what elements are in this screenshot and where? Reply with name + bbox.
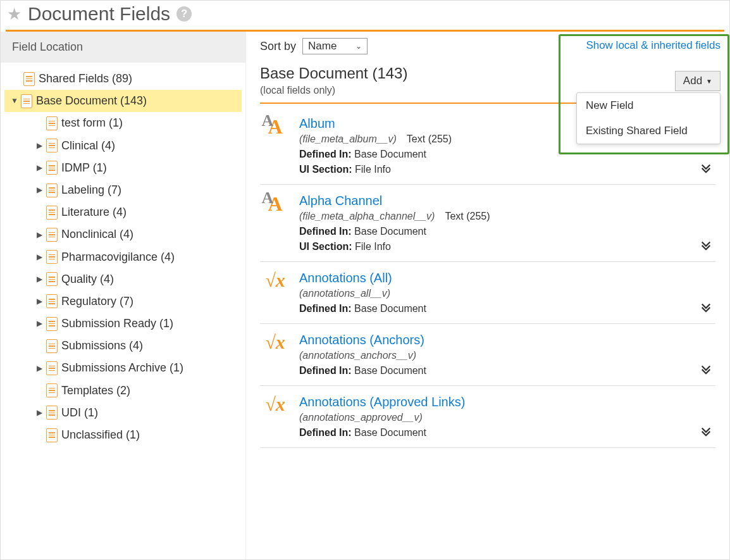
sidebar: Field Location Shared Fields (89)▼Base D… [1,32,246,559]
tree-item[interactable]: ▶IDMP (1) [4,157,242,179]
formula-field-icon: √x [265,395,285,414]
document-icon [46,294,58,308]
tree-item[interactable]: ▶Nonclinical (4) [4,223,242,246]
field-name-link[interactable]: Annotations (All) [299,271,713,285]
expand-arrow-icon[interactable]: ▶ [36,230,42,240]
dropdown-item-existing-shared[interactable]: Existing Shared Field [577,118,720,144]
field-type: Text (255) [407,134,452,144]
expand-arrow-icon[interactable]: ▶ [36,163,42,173]
tree-item[interactable]: Templates (2) [4,380,242,402]
field-api-name: (annotations_anchors__v) [299,350,416,361]
expand-chevrons-icon[interactable] [700,239,712,252]
favorite-star-icon[interactable]: ★ [7,6,22,22]
expand-arrow-icon[interactable]: ▶ [36,252,42,263]
expand-arrow-icon[interactable]: ▶ [36,363,42,374]
document-icon [23,72,35,86]
field-type: Text (255) [445,211,490,221]
text-field-icon: AA [268,116,282,137]
field-api-name: (annotations_approved__v) [299,412,423,423]
field-row: AAAlpha Channel(file_meta_alpha_channel_… [260,185,715,262]
document-icon [46,116,58,130]
expand-chevrons-icon[interactable] [700,162,712,175]
main-panel: Show local & inherited fields Sort by Na… [246,32,729,559]
document-icon [46,361,58,375]
sort-select[interactable]: Name ⌄ [302,38,368,54]
toggle-inheritance-link[interactable]: Show local & inherited fields [586,39,721,52]
expand-arrow-icon[interactable]: ▶ [36,296,42,307]
field-api-name: (file_meta_alpha_channel__v) [299,211,435,221]
tree-item[interactable]: ▶Quality (4) [4,268,242,290]
field-name-link[interactable]: Annotations (Approved Links) [299,395,713,409]
document-icon [46,206,58,220]
tree-item[interactable]: ▶Pharmacovigilance (4) [4,246,242,268]
field-row: √xAnnotations (Anchors)(annotations_anch… [260,324,715,386]
caret-down-icon: ▼ [706,78,712,85]
tree-item[interactable]: Literature (4) [4,201,242,223]
tree-item[interactable]: ▶Clinical (4) [4,135,242,157]
expand-arrow-icon[interactable]: ▶ [36,185,42,196]
expand-chevrons-icon[interactable] [700,301,712,314]
tree-item[interactable]: Unclassified (1) [4,424,242,446]
add-button[interactable]: Add ▼ [675,71,721,91]
expand-chevrons-icon[interactable] [700,363,712,376]
add-dropdown: New Field Existing Shared Field [576,92,721,144]
formula-field-icon: √x [265,271,285,290]
tree-item[interactable]: ▶Labeling (7) [4,179,242,201]
document-icon [46,383,58,397]
document-icon [21,94,32,108]
document-icon [46,317,58,331]
expand-arrow-icon[interactable]: ▶ [36,408,42,418]
document-icon [46,406,58,420]
field-row: √xAnnotations (Approved Links)(annotatio… [260,386,715,448]
expand-arrow-icon[interactable]: ▶ [36,140,42,151]
expand-arrow-icon[interactable]: ▶ [36,274,42,285]
sort-label: Sort by [260,40,296,53]
tree-item[interactable]: ▶Submission Ready (1) [4,313,242,335]
field-api-name: (annotations_all__v) [299,288,390,299]
page-title: Document Fields [28,3,170,25]
sidebar-title: Field Location [1,32,245,63]
expand-arrow-icon[interactable]: ▶ [36,318,42,329]
document-icon [46,228,58,242]
formula-field-icon: √x [265,333,285,352]
main-title: Base Document (143) [260,65,715,82]
field-api-name: (file_meta_album__v) [299,134,397,144]
document-icon [46,272,58,286]
document-icon [46,161,58,175]
document-icon [46,139,58,152]
sort-value: Name [308,40,337,53]
tree-item[interactable]: ▶Submissions Archive (1) [4,357,242,379]
field-name-link[interactable]: Alpha Channel [299,194,713,208]
tree-item-shared-fields[interactable]: Shared Fields (89) [4,68,242,90]
document-icon [46,250,58,264]
help-icon[interactable]: ? [176,6,192,22]
collapse-arrow-icon[interactable]: ▼ [11,96,17,106]
chevron-down-icon: ⌄ [356,42,362,51]
document-icon [46,428,58,442]
tree-item[interactable]: ▶Regulatory (7) [4,290,242,313]
expand-chevrons-icon[interactable] [700,425,712,439]
field-name-link[interactable]: Annotations (Anchors) [299,333,713,347]
document-icon [46,184,58,197]
text-field-icon: AA [268,194,282,214]
document-icon [46,339,58,353]
tree-item[interactable]: ▶UDI (1) [4,402,242,424]
dropdown-item-new-field[interactable]: New Field [577,93,720,118]
tree-item[interactable]: Submissions (4) [4,335,242,357]
tree-item-base-document[interactable]: ▼Base Document (143) [4,90,242,112]
tree-item[interactable]: test form (1) [4,112,242,134]
field-row: √xAnnotations (All)(annotations_all__v)D… [260,262,715,324]
